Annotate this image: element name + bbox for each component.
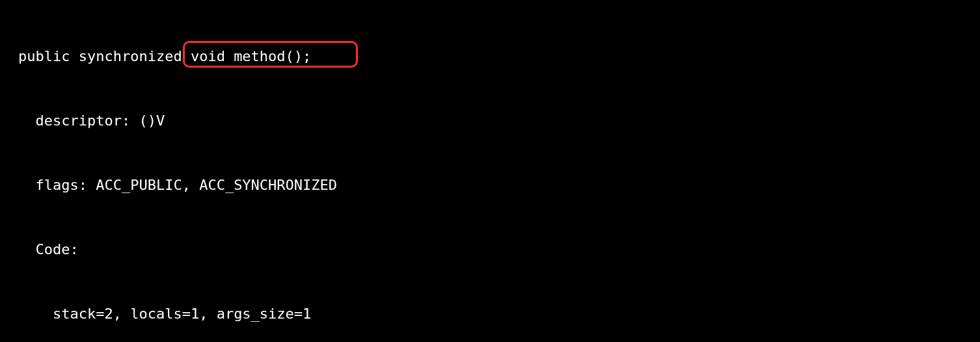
code-line: Code:: [0, 239, 980, 260]
code-line: stack=2, locals=1, args_size=1: [0, 303, 980, 324]
terminal-output: public synchronized void method(); descr…: [0, 0, 980, 342]
code-line: public synchronized void method();: [0, 46, 980, 67]
code-line: flags: ACC_PUBLIC, ACC_SYNCHRONIZED: [0, 174, 980, 196]
code-line: descriptor: ()V: [0, 110, 980, 131]
